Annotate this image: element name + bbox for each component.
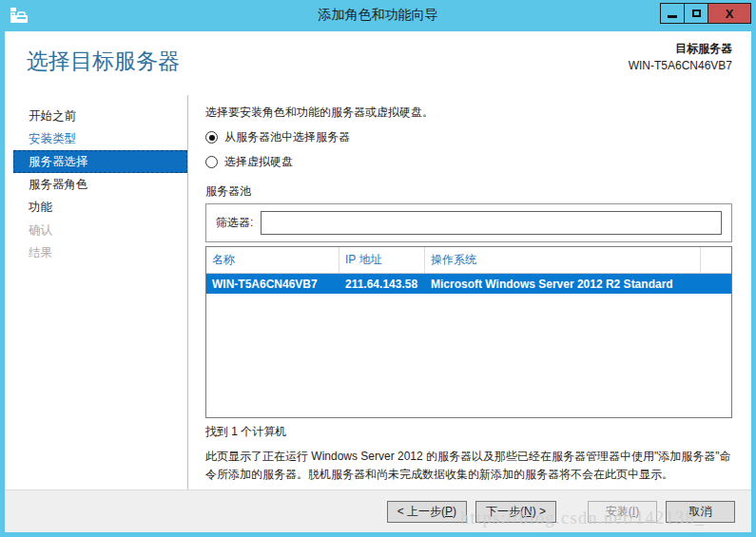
intro-text: 选择要安装角色和功能的服务器或虚拟硬盘。 bbox=[205, 105, 732, 121]
minimize-button[interactable] bbox=[660, 3, 685, 24]
column-header[interactable]: 名称 bbox=[206, 247, 339, 273]
target-server-name: WIN-T5A6CN46VB7 bbox=[629, 59, 732, 72]
radio-select-from-pool[interactable]: 从服务器池中选择服务器 bbox=[205, 129, 732, 145]
table-body: WIN-T5A6CN46VB7211.64.143.58Microsoft Wi… bbox=[206, 274, 731, 294]
maximize-button[interactable] bbox=[684, 3, 708, 24]
description-text: 此页显示了正在运行 Windows Server 2012 的服务器以及那些已经… bbox=[205, 448, 732, 483]
filter-label: 筛选器: bbox=[216, 215, 253, 231]
filter-box: 筛选器: bbox=[205, 203, 732, 242]
radio-select-vhd[interactable]: 选择虚拟硬盘 bbox=[205, 154, 732, 170]
radio-vhd-label: 选择虚拟硬盘 bbox=[224, 154, 293, 170]
wizard-window: 添加角色和功能向导 X 选择目标服务器 目标服务器 WIN-T5A6CN46VB… bbox=[0, 0, 756, 537]
server-row[interactable]: WIN-T5A6CN46VB7211.64.143.58Microsoft Wi… bbox=[206, 274, 731, 294]
filter-input[interactable] bbox=[261, 211, 722, 235]
server-cell: 211.64.143.58 bbox=[339, 274, 425, 294]
sidebar-item[interactable]: 服务器角色 bbox=[13, 173, 187, 196]
prev-button[interactable]: < 上一步(P) bbox=[387, 501, 467, 523]
sidebar-item[interactable]: 安装类型 bbox=[13, 127, 187, 150]
window-controls: X bbox=[661, 3, 751, 24]
title-bar: 添加角色和功能向导 X bbox=[0, 0, 756, 31]
maximize-icon bbox=[692, 10, 701, 17]
column-header[interactable]: 操作系统 bbox=[425, 247, 701, 273]
server-pool-table: 名称IP 地址操作系统 WIN-T5A6CN46VB7211.64.143.58… bbox=[205, 246, 732, 418]
server-cell bbox=[701, 274, 731, 294]
server-cell: WIN-T5A6CN46VB7 bbox=[206, 274, 339, 294]
found-count-text: 找到 1 个计算机 bbox=[205, 424, 732, 440]
sidebar-item: 结果 bbox=[13, 241, 187, 264]
radio-pool-label: 从服务器池中选择服务器 bbox=[224, 129, 350, 145]
radio-selected-icon bbox=[205, 131, 218, 144]
wizard-dialog: 选择目标服务器 目标服务器 WIN-T5A6CN46VB7 开始之前安装类型服务… bbox=[5, 31, 751, 532]
column-header-spacer bbox=[701, 247, 731, 273]
window-title: 添加角色和功能向导 bbox=[0, 0, 756, 31]
install-button: 安装(I) bbox=[588, 501, 657, 523]
close-button[interactable]: X bbox=[708, 3, 751, 24]
server-pool-label: 服务器池 bbox=[205, 183, 732, 200]
sidebar-nav: 开始之前安装类型服务器选择服务器角色功能确认结果 bbox=[5, 95, 188, 489]
target-server-label: 目标服务器 bbox=[629, 41, 732, 57]
cancel-button[interactable]: 取消 bbox=[666, 501, 735, 523]
table-header-row: 名称IP 地址操作系统 bbox=[206, 247, 731, 274]
sidebar-item[interactable]: 功能 bbox=[13, 196, 187, 219]
radio-unselected-icon bbox=[205, 156, 218, 168]
main-content: 选择要安装角色和功能的服务器或虚拟硬盘。 从服务器池中选择服务器 选择虚拟硬盘 … bbox=[188, 95, 751, 489]
sidebar-item[interactable]: 服务器选择 bbox=[13, 150, 187, 173]
wizard-body: 开始之前安装类型服务器选择服务器角色功能确认结果 选择要安装角色和功能的服务器或… bbox=[5, 95, 751, 489]
footer-button-bar: < 上一步(P)下一步(N) >安装(I)取消 bbox=[5, 489, 751, 532]
next-button[interactable]: 下一步(N) > bbox=[475, 501, 556, 523]
sidebar-item[interactable]: 开始之前 bbox=[13, 105, 187, 127]
wizard-header: 选择目标服务器 目标服务器 WIN-T5A6CN46VB7 bbox=[5, 31, 751, 95]
minimize-icon bbox=[668, 15, 677, 18]
column-header[interactable]: IP 地址 bbox=[339, 247, 425, 273]
server-cell: Microsoft Windows Server 2012 R2 Standar… bbox=[425, 274, 701, 294]
sidebar-item: 确认 bbox=[13, 219, 187, 241]
page-title: 选择目标服务器 bbox=[27, 47, 180, 76]
target-server-block: 目标服务器 WIN-T5A6CN46VB7 bbox=[629, 41, 732, 72]
